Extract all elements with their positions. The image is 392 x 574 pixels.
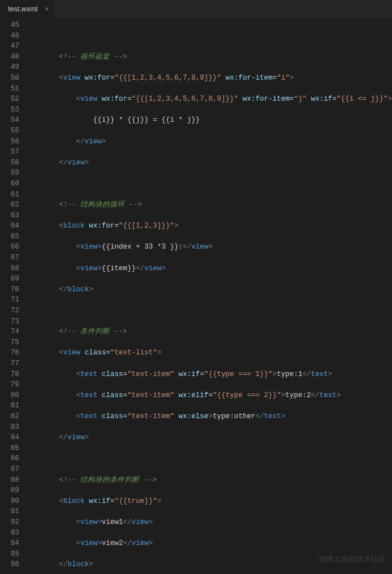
close-icon[interactable]: × <box>45 5 49 13</box>
tab-label: test.wxml <box>8 5 38 13</box>
editor[interactable]: 4546474849505152535455565758596061626364… <box>0 19 392 574</box>
line-numbers: 4546474849505152535455565758596061626364… <box>0 19 25 574</box>
tab-active[interactable]: test.wxml × <box>0 0 53 18</box>
watermark: @稀土掘金技术社区 <box>319 554 385 564</box>
code-area[interactable]: <!-- 循环嵌套 --> <view wx:for="{{[1,2,3,4,5… <box>25 19 392 574</box>
tab-bar: test.wxml × <box>0 0 392 19</box>
